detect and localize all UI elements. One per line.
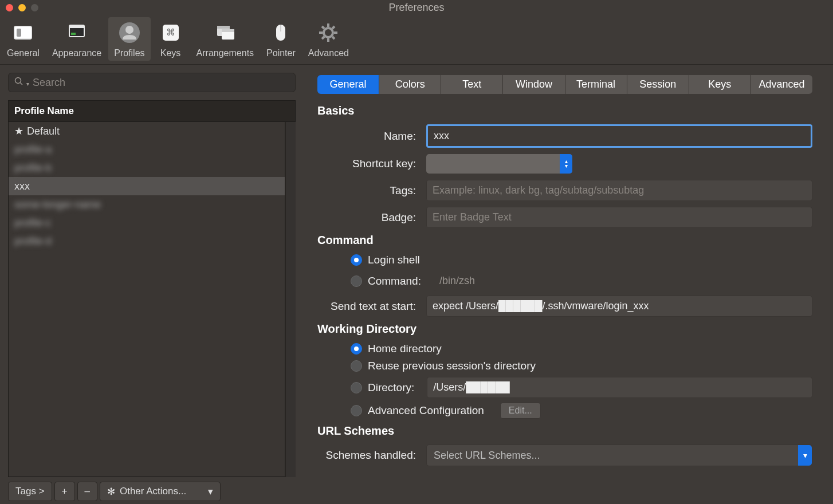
- profile-list-header: Profile Name: [8, 100, 296, 122]
- svg-point-25: [15, 77, 21, 83]
- command-input[interactable]: [434, 271, 812, 291]
- toolbar-appearance[interactable]: Appearance: [46, 17, 107, 61]
- tab-terminal[interactable]: Terminal: [565, 75, 627, 94]
- scrollbar[interactable]: [285, 122, 296, 477]
- detail-panel: GeneralColorsTextWindowTerminalSessionKe…: [300, 65, 833, 504]
- sidebar-bottom-bar: Tags > + – ✻ Other Actions... ▾: [8, 482, 296, 501]
- schemes-label: Schemes handled:: [317, 449, 426, 462]
- chevron-down-icon: ▾: [208, 486, 213, 498]
- tab-advanced[interactable]: Advanced: [751, 75, 812, 94]
- command-radio[interactable]: [351, 275, 362, 287]
- profile-item[interactable]: profile-b: [9, 159, 285, 177]
- svg-rect-5: [71, 33, 76, 35]
- desktop-icon: [64, 19, 90, 46]
- name-label: Name:: [317, 130, 426, 143]
- windows-icon: [212, 19, 238, 46]
- directory-radio[interactable]: [351, 382, 362, 393]
- search-icon: ▾: [14, 77, 29, 89]
- shortcut-label: Shortcut key:: [317, 158, 426, 170]
- svg-rect-2: [17, 29, 21, 37]
- toolbar-keys[interactable]: ⌘ Keys: [152, 17, 190, 61]
- tab-text[interactable]: Text: [441, 75, 503, 94]
- svg-point-7: [125, 26, 133, 34]
- profile-item-label: xxx: [14, 180, 30, 192]
- search-input[interactable]: [33, 77, 289, 89]
- mouse-icon: [268, 19, 294, 46]
- svg-text:⌘: ⌘: [166, 27, 175, 37]
- advanced-config-radio[interactable]: [351, 405, 362, 416]
- home-directory-radio[interactable]: [351, 343, 362, 355]
- svg-line-24: [322, 37, 324, 39]
- profile-item-label: profile-a: [14, 144, 52, 156]
- tab-window[interactable]: Window: [503, 75, 565, 94]
- svg-rect-13: [222, 29, 234, 32]
- tab-session[interactable]: Session: [627, 75, 689, 94]
- toolbar-label: Pointer: [266, 48, 296, 58]
- tab-general[interactable]: General: [317, 75, 379, 94]
- star-icon: ★: [14, 125, 23, 137]
- schemes-select[interactable]: Select URL Schemes...: [426, 444, 812, 466]
- toolbar-pointer[interactable]: Pointer: [261, 17, 301, 61]
- section-command: Command: [317, 234, 812, 247]
- profile-item[interactable]: xxx: [9, 177, 285, 195]
- sidebar: ▾ Profile Name ★Defaultprofile-aprofile-…: [0, 65, 300, 504]
- tags-input[interactable]: [426, 180, 812, 201]
- toolbar-label: Appearance: [52, 48, 101, 58]
- reuse-directory-radio[interactable]: [351, 360, 362, 372]
- section-workdir: Working Directory: [317, 322, 812, 336]
- profile-item[interactable]: profile-a: [9, 140, 285, 159]
- edit-button[interactable]: Edit...: [500, 403, 541, 419]
- profile-icon: [116, 19, 143, 46]
- chevron-down-icon: [798, 445, 812, 466]
- toolbar-arrangements[interactable]: Arrangements: [191, 17, 260, 61]
- svg-rect-11: [217, 26, 230, 29]
- svg-line-22: [332, 37, 335, 39]
- toolbar-profiles[interactable]: Profiles: [108, 17, 150, 61]
- toolbar-general[interactable]: General: [1, 17, 45, 61]
- tab-keys[interactable]: Keys: [689, 75, 751, 94]
- window-title: Preferences: [388, 2, 444, 14]
- svg-line-21: [322, 26, 324, 29]
- profile-item-label: profile-d: [14, 235, 52, 247]
- tags-dropdown[interactable]: Tags >: [8, 482, 52, 501]
- profile-item[interactable]: profile-c: [9, 214, 285, 232]
- profile-item[interactable]: profile-d: [9, 232, 285, 250]
- minimize-window-button[interactable]: [18, 4, 26, 11]
- gear-icon: ✻: [107, 486, 115, 498]
- remove-profile-button[interactable]: –: [77, 482, 97, 501]
- directory-label: Directory:: [368, 381, 414, 394]
- directory-input[interactable]: [427, 377, 812, 398]
- shortcut-select[interactable]: [426, 154, 572, 174]
- profile-item[interactable]: some-longer-name: [9, 195, 285, 214]
- tab-colors[interactable]: Colors: [379, 75, 441, 94]
- profile-item[interactable]: ★Default: [9, 122, 285, 140]
- toolbar-label: Keys: [160, 48, 181, 58]
- send-text-label: Send text at start:: [317, 300, 426, 313]
- toolbar-label: Profiles: [114, 48, 144, 58]
- zoom-window-button[interactable]: [31, 4, 38, 11]
- toolbar: General Appearance Profiles ⌘ Keys Arran…: [0, 15, 833, 65]
- toolbar-advanced[interactable]: Advanced: [302, 17, 355, 61]
- tags-label: Tags:: [317, 184, 426, 197]
- advanced-config-label: Advanced Configuration: [368, 404, 484, 417]
- other-actions-label: Other Actions...: [120, 486, 186, 497]
- send-text-input[interactable]: [426, 296, 812, 317]
- svg-point-16: [324, 28, 333, 37]
- badge-input[interactable]: [426, 207, 812, 228]
- name-input[interactable]: [426, 124, 812, 148]
- command-label: Command:: [368, 275, 421, 288]
- add-profile-button[interactable]: +: [54, 482, 75, 501]
- key-icon: ⌘: [158, 19, 184, 46]
- section-basics: Basics: [317, 104, 812, 117]
- traffic-lights: [6, 4, 38, 11]
- profile-item-label: some-longer-name: [14, 199, 101, 211]
- search-box[interactable]: ▾: [8, 73, 296, 92]
- other-actions-dropdown[interactable]: ✻ Other Actions... ▾: [100, 482, 221, 501]
- toolbar-label: General: [7, 48, 40, 58]
- profile-list[interactable]: ★Defaultprofile-aprofile-bxxxsome-longer…: [8, 122, 285, 477]
- gear-icon: [315, 19, 341, 46]
- close-window-button[interactable]: [6, 4, 13, 11]
- profile-item-label: profile-c: [14, 217, 51, 229]
- login-shell-radio[interactable]: [351, 254, 362, 266]
- profile-item-label: profile-b: [14, 162, 52, 174]
